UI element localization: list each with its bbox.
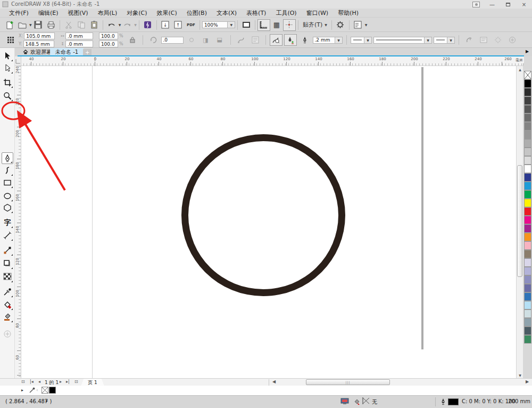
- palette-swatch[interactable]: [524, 267, 531, 275]
- rectangle-tool[interactable]: [2, 177, 13, 189]
- new-document-button[interactable]: [3, 19, 16, 31]
- menu-item-table[interactable]: 表格(T): [242, 9, 271, 18]
- drawing-canvas[interactable]: [21, 66, 516, 378]
- undo-button[interactable]: [105, 19, 118, 31]
- first-page-button[interactable]: |◂: [30, 379, 34, 384]
- docpal-scroll-left[interactable]: ‹: [36, 387, 38, 393]
- scroll-down-arrow[interactable]: ▼: [517, 372, 523, 378]
- menu-item-window[interactable]: 窗口(W): [302, 9, 333, 18]
- snap-to-dropdown[interactable]: 贴齐(T) ▼: [301, 21, 329, 29]
- palette-swatch[interactable]: [524, 241, 531, 250]
- palette-swatch[interactable]: [524, 233, 531, 241]
- menu-item-text[interactable]: 文本(X): [212, 9, 242, 18]
- smart-fill-tool[interactable]: [2, 311, 13, 323]
- snap-off-button[interactable]: [492, 34, 504, 46]
- last-page-button[interactable]: ▸|: [66, 379, 70, 384]
- scale-v-input[interactable]: [99, 40, 118, 47]
- parallel-dimension-tool[interactable]: [2, 230, 13, 241]
- show-rulers-button[interactable]: [257, 19, 270, 31]
- docpal-no-fill-swatch[interactable]: [41, 387, 48, 394]
- palette-swatch[interactable]: [524, 224, 531, 233]
- scale-h-input[interactable]: [99, 32, 118, 39]
- text-tool[interactable]: 字: [2, 217, 13, 229]
- palette-swatch[interactable]: [524, 292, 531, 301]
- arrowhead-start-caret[interactable]: ▼: [364, 37, 372, 44]
- palette-swatch[interactable]: [524, 309, 531, 318]
- minimize-button[interactable]: —: [486, 1, 498, 7]
- border-and-grommet-button[interactable]: [270, 34, 282, 46]
- palette-swatch[interactable]: [524, 216, 531, 224]
- account-button[interactable]: [470, 1, 482, 7]
- palette-swatch[interactable]: [524, 148, 531, 156]
- palette-swatch[interactable]: [524, 258, 531, 267]
- menu-item-view[interactable]: 视图(V): [63, 9, 93, 18]
- zoom-level-input[interactable]: [202, 21, 228, 28]
- freehand-pen-tool[interactable]: [2, 152, 13, 164]
- interactive-fill-tool[interactable]: [2, 299, 13, 311]
- line-style-combo[interactable]: ▼: [373, 37, 432, 44]
- wrap-text-button[interactable]: [249, 34, 262, 46]
- vertical-scroll-thumb[interactable]: [517, 165, 522, 277]
- print-button[interactable]: [45, 19, 57, 31]
- drawn-circle-shape[interactable]: [181, 134, 345, 296]
- outline-position-button[interactable]: [284, 34, 297, 46]
- crop-tool[interactable]: [2, 77, 13, 88]
- mirror-horizontal-button[interactable]: ◨: [200, 34, 212, 46]
- palette-swatch[interactable]: [524, 79, 531, 88]
- palette-swatch[interactable]: [524, 335, 531, 344]
- menu-item-tools[interactable]: 工具(O): [271, 9, 301, 18]
- convert-to-curves-button[interactable]: [235, 34, 247, 46]
- import-button[interactable]: ↓: [159, 19, 172, 31]
- save-button[interactable]: [32, 19, 45, 31]
- paste-button[interactable]: [88, 19, 101, 31]
- arrowhead-end-combo[interactable]: ▼: [434, 37, 455, 44]
- horizontal-ruler[interactable]: 40 20 0 20 40 60 80 100 120 140 160 180 …: [21, 56, 524, 66]
- hscroll-left-arrow[interactable]: ◀: [272, 379, 276, 384]
- application-launcher-button[interactable]: [352, 19, 364, 31]
- tab-document[interactable]: 未命名 -1: [50, 48, 84, 56]
- zoom-level-caret[interactable]: ▼: [228, 21, 235, 28]
- ellipse-tool[interactable]: [2, 190, 13, 202]
- palette-swatch[interactable]: [524, 156, 531, 165]
- docpal-swatch-black[interactable]: [49, 387, 56, 394]
- text-properties-button[interactable]: [477, 34, 490, 46]
- palette-swatch[interactable]: [524, 113, 531, 122]
- palette-swatch[interactable]: [524, 318, 531, 327]
- line-style-caret[interactable]: ▼: [425, 37, 432, 44]
- menu-item-effects[interactable]: 效果(C): [152, 9, 182, 18]
- transparency-tool[interactable]: [2, 271, 13, 283]
- palette-swatch[interactable]: [524, 105, 531, 113]
- publish-pdf-button[interactable]: PDF: [185, 19, 197, 31]
- fullscreen-preview-button[interactable]: [240, 19, 253, 31]
- docpal-flyout-arrow[interactable]: ▸: [21, 388, 23, 393]
- application-launcher-caret[interactable]: ▼: [365, 23, 368, 27]
- color-eyedropper-tool[interactable]: [2, 286, 13, 298]
- palette-no-fill-swatch[interactable]: [524, 71, 531, 79]
- palette-swatch[interactable]: [524, 190, 531, 199]
- x-position-input[interactable]: [24, 32, 55, 39]
- palette-swatch[interactable]: [524, 199, 531, 207]
- palette-swatch[interactable]: [524, 165, 531, 173]
- outline-width-input[interactable]: [313, 37, 335, 44]
- previous-page-button[interactable]: ◂: [38, 379, 40, 384]
- close-curve-button[interactable]: [463, 34, 476, 46]
- artistic-media-tool[interactable]: [2, 165, 13, 176]
- pick-tool[interactable]: [2, 50, 13, 62]
- ruler-origin-corner[interactable]: [15, 56, 21, 66]
- tab-scroll-right[interactable]: ▶: [526, 49, 529, 54]
- menu-item-layout[interactable]: 布局(L): [93, 9, 122, 18]
- show-guidelines-button[interactable]: [283, 19, 296, 31]
- status-expand-arrow[interactable]: ▸: [46, 398, 48, 403]
- open-button[interactable]: [16, 19, 29, 31]
- options-button[interactable]: [334, 19, 347, 31]
- cut-button[interactable]: [62, 19, 75, 31]
- menu-item-bitmaps[interactable]: 位图(B): [182, 9, 212, 18]
- palette-swatch[interactable]: [524, 275, 531, 284]
- docpal-eyedropper-icon[interactable]: [29, 387, 36, 394]
- lock-ratio-button[interactable]: [126, 34, 139, 46]
- hscroll-right-arrow[interactable]: ▶: [526, 379, 529, 384]
- palette-swatch[interactable]: [524, 182, 531, 190]
- copy-button[interactable]: [75, 19, 88, 31]
- palette-swatch[interactable]: [524, 301, 531, 309]
- palette-swatch[interactable]: [524, 88, 531, 96]
